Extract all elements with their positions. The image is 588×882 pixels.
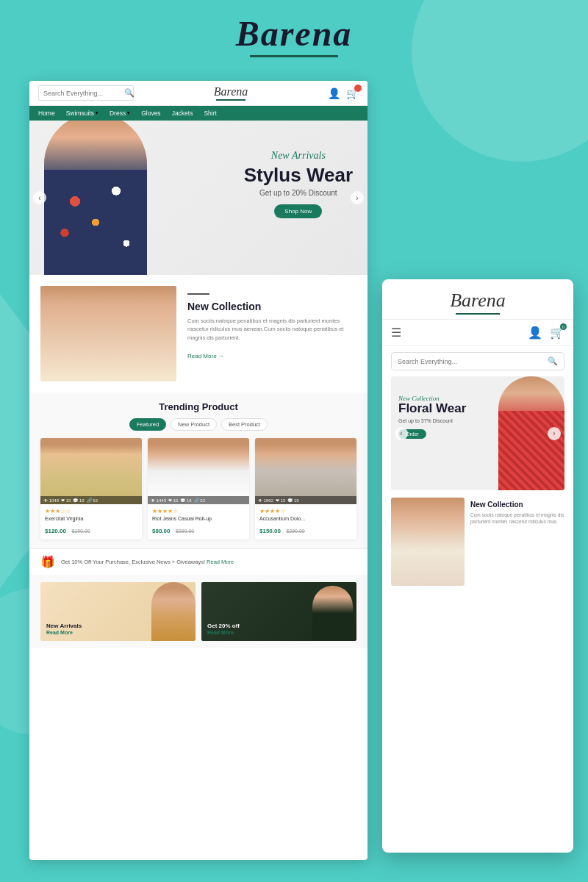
banner2-link[interactable]: Read More: [207, 630, 240, 635]
trending-section: Trending Product Featured New Product Be…: [29, 392, 368, 548]
hero-next-button[interactable]: ›: [351, 191, 364, 204]
mobile-preview: Barena ☰ 👤 🛒 0 🔍 New Collection Floral W…: [382, 279, 573, 853]
hero-model-image: [44, 121, 147, 275]
site-header-icons: 👤 🛒: [328, 87, 359, 99]
mobile-search-bar[interactable]: 🔍: [391, 352, 564, 370]
product-info-1: ★★★☆☆ Exercitat Virginia $120.00 $150.00: [40, 504, 142, 539]
tab-new-product[interactable]: New Product: [171, 418, 217, 431]
collection-read-more[interactable]: Read More →: [187, 353, 224, 359]
mobile-hero-next[interactable]: ›: [548, 427, 561, 440]
mobile-logo-area: Barena: [382, 279, 573, 320]
product-stars-3: ★★★★☆: [259, 508, 352, 514]
stat-views-2: 👁 1445: [151, 498, 166, 503]
new-collection-section: New Collection Cum sociis natoque penati…: [29, 275, 368, 392]
hero-cta-button[interactable]: Shop Now: [274, 204, 322, 218]
products-grid: 👁 1049 ❤ 15 💬 19 🔗 52 ★★★☆☆ Exercitat Vi…: [40, 438, 356, 539]
mobile-logo-underline: [456, 313, 500, 315]
collection-description: Cum sociis natoque penatibus et magnis d…: [187, 317, 356, 342]
banner1-model: [151, 582, 196, 641]
product-price-2: $80.00: [152, 528, 170, 534]
nav-swimsuits-arrow: ▾: [96, 110, 98, 116]
hero-model-figure: [44, 121, 147, 275]
bottom-banners: New Arrivals Read More Get 20% off Read …: [29, 575, 368, 648]
mobile-hero-carousel: New Collection Floral Wear Get up to 37%…: [391, 376, 564, 490]
collection-title: New Collection: [187, 301, 356, 312]
nav-gloves[interactable]: Gloves: [141, 110, 160, 117]
mobile-collection-model: [391, 498, 465, 586]
stat-views-3: 👁 1862: [258, 498, 273, 503]
mobile-cart-badge: 0: [560, 323, 567, 330]
stat-shares-2: 🔗 52: [194, 498, 205, 503]
mobile-nav-bar: ☰ 👤 🛒 0: [382, 320, 573, 346]
product-model-3: [255, 438, 356, 504]
product-info-3: ★★★★☆ Accusantium Dolo... $150.00 $290.0…: [255, 504, 356, 539]
mobile-search-icon[interactable]: 🔍: [548, 356, 558, 366]
newsletter-text: Get 10% Off Your Purchase, Exclusive New…: [61, 559, 234, 565]
hero-title: Stylus Wear: [244, 165, 353, 186]
main-brand-name: Barena: [0, 13, 588, 54]
collection-image: [40, 286, 176, 381]
product-model-2: [148, 438, 249, 504]
hero-text-area: New Arrivals Stylus Wear Get up to 20% D…: [244, 150, 353, 218]
product-name-2: Riot Jeans Casual Roll-up: [152, 516, 245, 521]
site-search-box[interactable]: 🔍: [38, 85, 134, 101]
product-old-price-2: $280.00: [176, 528, 194, 534]
nav-home[interactable]: Home: [38, 110, 55, 117]
product-stars-1: ★★★☆☆: [45, 508, 137, 514]
site-nav: Home Swimsuits ▾ Dress ▾ Gloves Jackets …: [29, 106, 368, 121]
banner-discount[interactable]: Get 20% off Read More: [201, 582, 356, 641]
product-card-2[interactable]: 👁 1445 ❤ 15 💬 19 🔗 52 ★★★★☆ Riot Jeans C…: [148, 438, 249, 539]
site-search-icon[interactable]: 🔍: [124, 88, 135, 98]
tab-featured[interactable]: Featured: [129, 418, 166, 431]
mobile-nav-icons: 👤 🛒 0: [528, 326, 564, 340]
cart-icon[interactable]: 🛒: [346, 87, 359, 99]
collection-divider: [187, 293, 209, 295]
trending-tabs: Featured New Product Best Product: [40, 418, 356, 431]
site-logo-center: Barena: [214, 85, 248, 101]
mobile-hero-prev[interactable]: ‹: [395, 427, 408, 440]
site-search-input[interactable]: [43, 90, 124, 97]
trending-title: Trending Product: [40, 401, 356, 412]
stat-comments-3: 💬 19: [287, 498, 298, 503]
stat-likes-1: ❤ 15: [61, 498, 71, 503]
product-stats-1: 👁 1049 ❤ 15 💬 19 🔗 52: [40, 496, 142, 504]
tab-best-product[interactable]: Best Product: [221, 418, 268, 431]
product-old-price-1: $150.00: [71, 528, 90, 534]
nav-shirt[interactable]: Shirt: [204, 110, 216, 117]
product-old-price-3: $290.00: [286, 528, 304, 534]
product-name-3: Accusantium Dolo...: [259, 516, 352, 521]
site-logo-text: Barena: [214, 85, 248, 98]
nav-swimsuits[interactable]: Swimsuits ▾: [66, 110, 98, 117]
banner2-model: [312, 586, 353, 641]
mobile-collection-title: New Collection: [470, 501, 564, 509]
nav-dress-link[interactable]: Dress: [110, 110, 126, 117]
product-info-2: ★★★★☆ Riot Jeans Casual Roll-up $80.00 $…: [148, 504, 249, 539]
cart-badge: [354, 85, 362, 92]
mobile-hero-discount: Get up to 37% Discount: [398, 418, 466, 423]
user-icon[interactable]: 👤: [328, 87, 340, 99]
product-name-1: Exercitat Virginia: [45, 516, 137, 521]
banner1-link[interactable]: Read More: [46, 630, 82, 635]
mobile-user-icon[interactable]: 👤: [528, 326, 542, 340]
banner-new-arrivals[interactable]: New Arrivals Read More: [40, 582, 196, 641]
hero-prev-button[interactable]: ‹: [33, 191, 46, 204]
mobile-hero-text: New Collection Floral Wear Get up to 37%…: [398, 395, 466, 439]
hero-subtitle: New Arrivals: [244, 150, 353, 162]
banner1-label: New Arrivals Read More: [46, 623, 82, 635]
product-card-1[interactable]: 👁 1049 ❤ 15 💬 19 🔗 52 ★★★☆☆ Exercitat Vi…: [40, 438, 142, 539]
product-card-3[interactable]: 👁 1862 ❤ 15 💬 19 ★★★★☆ Accusantium Dolo.…: [255, 438, 356, 539]
nav-jackets[interactable]: Jackets: [172, 110, 193, 117]
nav-swimsuits-link[interactable]: Swimsuits: [66, 110, 94, 117]
product-price-3: $150.00: [259, 528, 281, 534]
product-price-1: $120.00: [45, 528, 66, 534]
nav-dress[interactable]: Dress ▾: [110, 110, 130, 117]
product-stars-2: ★★★★☆: [152, 508, 245, 514]
product-image-1: 👁 1049 ❤ 15 💬 19 🔗 52: [40, 438, 142, 504]
newsletter-link[interactable]: Read More: [207, 559, 234, 565]
mobile-logo-text: Barena: [382, 290, 573, 312]
mobile-cart-icon[interactable]: 🛒 0: [550, 326, 564, 340]
hero-discount: Get up to 20% Discount: [244, 189, 353, 197]
mobile-collection-image: [391, 498, 465, 586]
mobile-search-input[interactable]: [398, 358, 548, 365]
hamburger-icon[interactable]: ☰: [391, 326, 401, 340]
